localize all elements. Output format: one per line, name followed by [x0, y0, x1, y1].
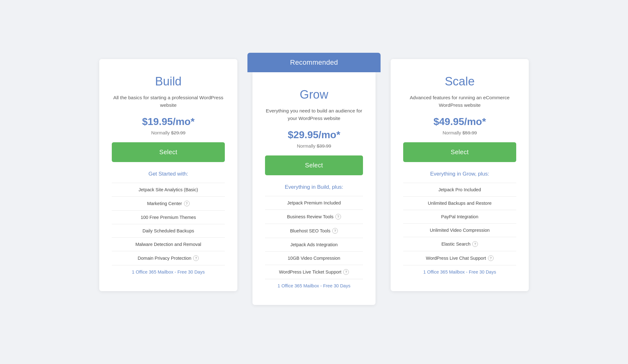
feature-text: Daily Scheduled Backups: [143, 228, 194, 233]
plan-price-scale: $49.95/mo*: [403, 116, 516, 128]
feature-text: Malware Detection and Removal: [135, 242, 201, 247]
features-header-build: Get Started with:: [112, 171, 225, 177]
plan-description-scale: Advanced features for running an eCommer…: [403, 94, 516, 109]
list-item: Malware Detection and Removal: [112, 237, 225, 251]
feature-text: WordPress Live Ticket Support: [279, 269, 342, 274]
select-button-build[interactable]: Select: [112, 142, 225, 162]
list-item: Jetpack Ads Integration: [265, 238, 363, 251]
list-item: Unlimited Backups and Restore: [403, 196, 516, 210]
pricing-wrapper: BuildAll the basics for starting a profe…: [94, 53, 534, 311]
list-item: Marketing Center?: [112, 196, 225, 210]
list-item: 10GB Video Compression: [265, 251, 363, 265]
feature-text: Unlimited Video Compression: [430, 228, 490, 233]
plan-normal-price-build: Normally $29.99: [112, 130, 225, 135]
list-item: Unlimited Video Compression: [403, 223, 516, 237]
plan-description-grow: Everything you need to build an audience…: [265, 107, 363, 122]
list-item: WordPress Live Chat Support?: [403, 251, 516, 265]
info-icon[interactable]: ?: [335, 214, 341, 220]
plan-card-grow: GrowEverything you need to build an audi…: [252, 72, 376, 305]
plan-price-build: $19.95/mo*: [112, 116, 225, 128]
feature-list-grow: Jetpack Premium IncludedBusiness Review …: [265, 196, 363, 292]
feature-text: 10GB Video Compression: [288, 256, 340, 261]
feature-text: Business Review Tools: [287, 214, 333, 219]
feature-text: Bluehost SEO Tools: [290, 228, 331, 233]
info-icon[interactable]: ?: [343, 269, 349, 275]
feature-text: WordPress Live Chat Support: [426, 256, 486, 261]
list-item: Domain Privacy Protection?: [112, 251, 225, 265]
features-header-grow: Everything in Build, plus:: [265, 184, 363, 190]
office-link-grow[interactable]: 1 Office 365 Mailbox - Free 30 Days: [265, 279, 363, 292]
plan-price-grow: $29.95/mo*: [265, 129, 363, 141]
feature-text: Marketing Center: [147, 201, 182, 206]
plan-column-grow: RecommendedGrowEverything you need to bu…: [247, 53, 381, 311]
list-item: Daily Scheduled Backups: [112, 224, 225, 237]
list-item: WordPress Live Ticket Support?: [265, 265, 363, 279]
list-item: 100 Free Premium Themes: [112, 210, 225, 224]
select-button-grow[interactable]: Select: [265, 155, 363, 175]
plan-normal-price-scale: Normally $59.99: [403, 130, 516, 135]
plan-normal-price-grow: Normally $39.99: [265, 143, 363, 149]
list-item: Bluehost SEO Tools?: [265, 224, 363, 238]
list-item: PayPal Integration: [403, 210, 516, 223]
info-icon[interactable]: ?: [488, 255, 494, 261]
plan-name-scale: Scale: [403, 75, 516, 88]
plan-name-grow: Grow: [265, 88, 363, 101]
feature-text: Jetpack Site Analytics (Basic): [138, 187, 198, 192]
info-icon[interactable]: ?: [184, 201, 190, 206]
feature-list-scale: Jetpack Pro IncludedUnlimited Backups an…: [403, 183, 516, 279]
features-header-scale: Everything in Grow, plus:: [403, 171, 516, 177]
list-item: Jetpack Pro Included: [403, 183, 516, 196]
list-item: Elastic Search?: [403, 237, 516, 251]
feature-text: Elastic Search: [441, 242, 471, 247]
list-item: Business Review Tools?: [265, 209, 363, 224]
feature-text: Domain Privacy Protection: [138, 256, 192, 261]
select-button-scale[interactable]: Select: [403, 142, 516, 162]
plan-description-build: All the basics for starting a profession…: [112, 94, 225, 109]
feature-list-build: Jetpack Site Analytics (Basic)Marketing …: [112, 183, 225, 279]
plan-name-build: Build: [112, 75, 225, 88]
info-icon[interactable]: ?: [332, 228, 338, 234]
recommended-banner: Recommended: [247, 53, 381, 72]
list-item: Jetpack Site Analytics (Basic): [112, 183, 225, 196]
plan-card-scale: ScaleAdvanced features for running an eC…: [391, 59, 529, 291]
plan-card-build: BuildAll the basics for starting a profe…: [99, 59, 237, 291]
office-link-scale[interactable]: 1 Office 365 Mailbox - Free 30 Days: [403, 265, 516, 279]
feature-text: Jetpack Premium Included: [287, 200, 341, 205]
list-item: Jetpack Premium Included: [265, 196, 363, 209]
office-link-build[interactable]: 1 Office 365 Mailbox - Free 30 Days: [112, 265, 225, 279]
feature-text: Jetpack Pro Included: [438, 187, 481, 192]
info-icon[interactable]: ?: [472, 241, 478, 247]
feature-text: Unlimited Backups and Restore: [428, 201, 491, 206]
feature-text: 100 Free Premium Themes: [141, 215, 196, 220]
feature-text: Jetpack Ads Integration: [290, 242, 338, 247]
info-icon[interactable]: ?: [193, 255, 199, 261]
feature-text: PayPal Integration: [441, 214, 479, 219]
